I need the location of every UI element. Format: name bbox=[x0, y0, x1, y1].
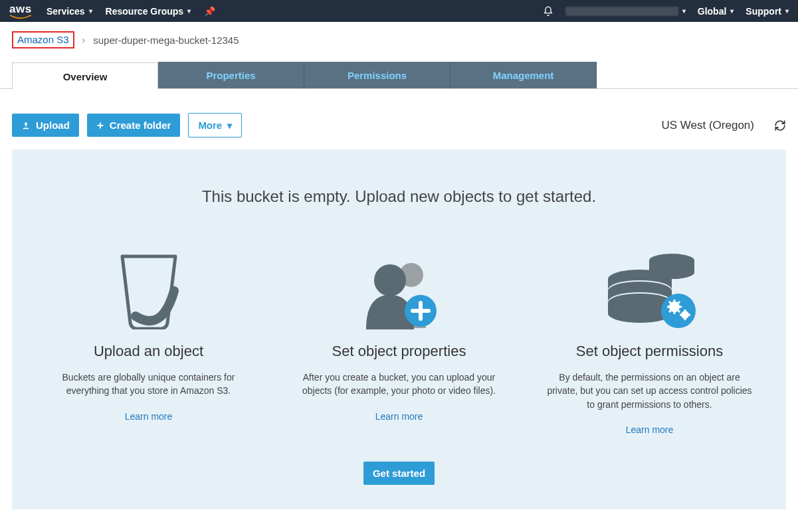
nav-pin[interactable]: 📌 bbox=[204, 6, 215, 17]
users-add-icon bbox=[287, 243, 511, 329]
breadcrumb-root-link[interactable]: Amazon S3 bbox=[17, 34, 69, 45]
caret-down-icon: ▾ bbox=[785, 7, 789, 15]
tab-overview-label: Overview bbox=[63, 71, 108, 82]
empty-state-panel: This bucket is empty. Upload new objects… bbox=[12, 149, 786, 509]
card-permissions: Set object permissions By default, the p… bbox=[538, 243, 761, 435]
get-started-button-label: Get started bbox=[373, 468, 425, 479]
card-properties-title: Set object properties bbox=[287, 343, 511, 360]
chevron-down-icon: ▾ bbox=[227, 120, 232, 131]
breadcrumb-root[interactable]: Amazon S3 bbox=[12, 31, 74, 48]
tabs: Overview Properties Permissions Manageme… bbox=[12, 62, 786, 88]
svg-point-4 bbox=[374, 264, 406, 296]
nav-region-label: Global bbox=[698, 6, 727, 17]
aws-logo[interactable]: aws bbox=[9, 3, 32, 20]
plus-icon bbox=[96, 122, 104, 130]
nav-support[interactable]: Support ▾ bbox=[746, 6, 789, 17]
nav-services[interactable]: Services ▾ bbox=[47, 6, 92, 17]
card-permissions-desc: By default, the permissions on an object… bbox=[546, 371, 753, 411]
refresh-button[interactable] bbox=[774, 120, 786, 132]
main: Upload Create folder More ▾ US West (Ore… bbox=[0, 89, 798, 523]
svg-rect-2 bbox=[97, 125, 103, 126]
account-name-redacted bbox=[565, 7, 678, 16]
tab-overview[interactable]: Overview bbox=[12, 62, 158, 89]
caret-down-icon: ▾ bbox=[682, 7, 686, 15]
empty-state-cards: Upload an object Buckets are globally un… bbox=[37, 243, 761, 435]
upload-button[interactable]: Upload bbox=[12, 114, 79, 137]
upload-icon bbox=[21, 121, 31, 130]
card-upload-title: Upload an object bbox=[37, 343, 260, 360]
caret-down-icon: ▾ bbox=[187, 7, 191, 15]
caret-down-icon: ▾ bbox=[730, 7, 734, 15]
refresh-icon bbox=[774, 120, 786, 132]
upload-button-label: Upload bbox=[36, 120, 70, 131]
get-started-button[interactable]: Get started bbox=[363, 462, 435, 485]
nav-resource-groups-label: Resource Groups bbox=[106, 6, 183, 17]
database-gear-icon bbox=[538, 243, 761, 329]
card-permissions-title: Set object permissions bbox=[538, 343, 761, 360]
tab-properties-label: Properties bbox=[206, 70, 255, 81]
create-folder-button[interactable]: Create folder bbox=[87, 114, 181, 137]
card-permissions-learn-more[interactable]: Learn more bbox=[626, 424, 674, 435]
card-properties-desc: After you create a bucket, you can uploa… bbox=[295, 371, 503, 398]
card-upload-learn-more[interactable]: Learn more bbox=[125, 411, 173, 422]
nav-region[interactable]: Global ▾ bbox=[698, 6, 734, 17]
card-properties: Set object properties After you create a… bbox=[287, 243, 511, 435]
notifications-icon[interactable] bbox=[543, 6, 553, 17]
caret-down-icon: ▾ bbox=[89, 7, 92, 15]
create-folder-button-label: Create folder bbox=[110, 120, 171, 131]
chevron-right-icon: › bbox=[82, 35, 86, 45]
empty-state-heading: This bucket is empty. Upload new objects… bbox=[37, 187, 761, 206]
toolbar: Upload Create folder More ▾ US West (Ore… bbox=[12, 113, 786, 137]
top-nav: aws Services ▾ Resource Groups ▾ 📌 ▾ bbox=[0, 0, 798, 22]
svg-rect-0 bbox=[23, 128, 29, 129]
nav-services-label: Services bbox=[47, 6, 85, 17]
card-upload-desc: Buckets are globally unique containers f… bbox=[45, 371, 252, 398]
subheader: Amazon S3 › super-duper-mega-bucket-1234… bbox=[0, 22, 798, 89]
tab-properties[interactable]: Properties bbox=[158, 62, 304, 88]
nav-resource-groups[interactable]: Resource Groups ▾ bbox=[106, 6, 191, 17]
tab-management[interactable]: Management bbox=[450, 62, 597, 88]
more-button[interactable]: More ▾ bbox=[188, 113, 242, 137]
breadcrumb: Amazon S3 › super-duper-mega-bucket-1234… bbox=[12, 31, 786, 48]
nav-account[interactable]: ▾ bbox=[565, 7, 686, 16]
tab-management-label: Management bbox=[493, 70, 554, 81]
nav-support-label: Support bbox=[746, 6, 781, 17]
tab-permissions-label: Permissions bbox=[348, 70, 407, 81]
tab-permissions[interactable]: Permissions bbox=[304, 62, 450, 88]
card-properties-learn-more[interactable]: Learn more bbox=[375, 411, 423, 422]
breadcrumb-leaf: super-duper-mega-bucket-12345 bbox=[93, 35, 239, 46]
pin-icon: 📌 bbox=[204, 6, 215, 17]
more-button-label: More bbox=[198, 120, 222, 131]
card-upload: Upload an object Buckets are globally un… bbox=[37, 243, 260, 435]
bucket-icon bbox=[37, 243, 260, 329]
region-label: US West (Oregon) bbox=[661, 119, 754, 132]
